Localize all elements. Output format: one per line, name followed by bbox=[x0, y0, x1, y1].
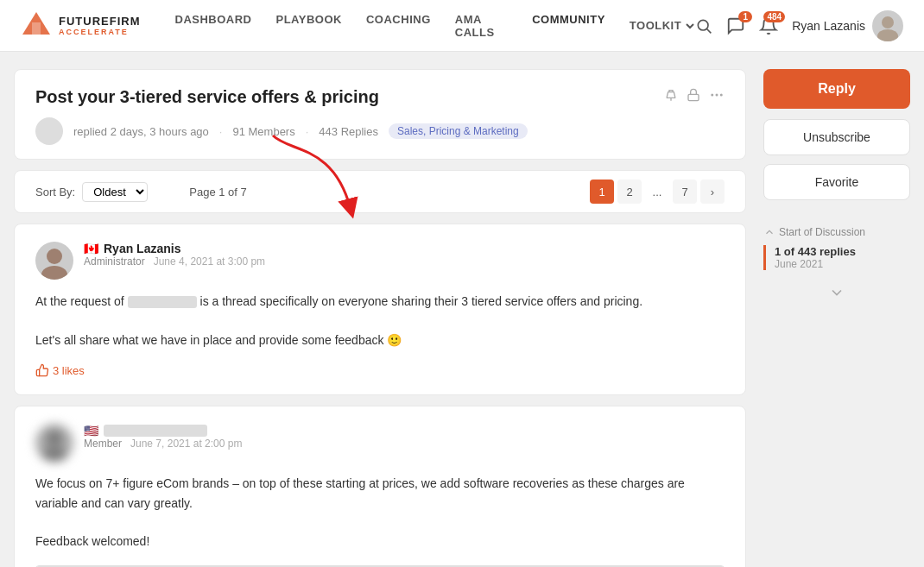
page-2-button[interactable]: 2 bbox=[617, 180, 642, 204]
discussion-item[interactable]: 1 of 443 replies June 2021 bbox=[763, 245, 910, 270]
notifications-button[interactable]: 484 bbox=[759, 16, 778, 35]
user-avatar bbox=[872, 10, 903, 41]
post-1-redacted bbox=[128, 296, 197, 308]
post-card-1: 🇨🇦 Ryan Lazanis Administrator June 4, 20… bbox=[14, 224, 746, 395]
sort-pagination-row: Sort By: Oldest Page 1 of 7 1 2 ... 7 › bbox=[14, 170, 746, 213]
discussion-section-title: Start of Discussion bbox=[763, 226, 910, 238]
section-label: Start of Discussion bbox=[779, 226, 865, 238]
lock-icon[interactable] bbox=[687, 88, 700, 104]
post-1-role: Administrator bbox=[84, 255, 145, 268]
post-2-author-info: 🇺🇸 Member June 7, 2021 at 2:00 pm bbox=[84, 424, 242, 450]
post-2-body: We focus on 7+ figure eCom brands – on t… bbox=[35, 474, 725, 551]
thread-title: Post your 3-tiered service offers & pric… bbox=[35, 87, 379, 107]
post-1-author-name: Ryan Lazanis bbox=[104, 242, 180, 255]
nav-playbook[interactable]: PLAYBOOK bbox=[276, 13, 342, 39]
post-card-2: 🇺🇸 Member June 7, 2021 at 2:00 pm We foc… bbox=[14, 406, 746, 567]
nav-toolkit[interactable]: TOOLKIT bbox=[630, 13, 695, 39]
svg-rect-7 bbox=[688, 94, 699, 100]
svg-point-5 bbox=[877, 29, 898, 41]
thread-replies: 443 Replies bbox=[319, 125, 378, 138]
page-next-button[interactable]: › bbox=[700, 180, 725, 204]
thread-replied: replied 2 days, 3 hours ago bbox=[73, 125, 209, 138]
svg-rect-1 bbox=[32, 22, 41, 35]
post-2-flag: 🇺🇸 bbox=[84, 424, 98, 438]
post-1-author-info: 🇨🇦 Ryan Lazanis Administrator June 4, 20… bbox=[84, 242, 265, 268]
sort-pagination-wrapper: Sort By: Oldest Page 1 of 7 1 2 ... 7 › bbox=[14, 170, 746, 213]
favorite-button[interactable]: Favorite bbox=[763, 164, 910, 200]
thread-author-avatar bbox=[35, 117, 63, 145]
post-1-flag: 🇨🇦 bbox=[84, 242, 98, 255]
svg-point-2 bbox=[699, 20, 709, 30]
page-1-button[interactable]: 1 bbox=[590, 180, 614, 204]
svg-point-14 bbox=[47, 431, 62, 446]
page-info: Page 1 of 7 bbox=[189, 186, 247, 198]
discussion-section: Start of Discussion 1 of 443 replies Jun… bbox=[763, 226, 910, 270]
nav-dashboard[interactable]: DASHBOARD bbox=[175, 13, 252, 39]
post-1-likes: 3 likes bbox=[53, 364, 85, 377]
post-1-avatar bbox=[35, 242, 73, 280]
page-ellipsis: ... bbox=[645, 180, 669, 204]
thread-header-card: Post your 3-tiered service offers & pric… bbox=[14, 69, 746, 160]
chevron-down-icon bbox=[828, 284, 845, 301]
message-badge: 1 bbox=[738, 11, 752, 22]
reply-button[interactable]: Reply bbox=[763, 69, 910, 109]
post-2-line2: Feedback welcomed! bbox=[35, 532, 725, 551]
search-button[interactable] bbox=[695, 17, 712, 35]
nav-ama[interactable]: AMA CALLS bbox=[455, 13, 508, 39]
thread-actions bbox=[664, 87, 725, 105]
post-2-date: June 7, 2021 at 2:00 pm bbox=[130, 438, 242, 450]
pin-icon[interactable] bbox=[664, 88, 678, 104]
thread-meta-row: replied 2 days, 3 hours ago · 91 Members… bbox=[35, 117, 725, 145]
svg-point-10 bbox=[720, 94, 723, 97]
search-icon bbox=[695, 17, 712, 35]
nav-links: DASHBOARD PLAYBOOK COACHING AMA CALLS CO… bbox=[175, 13, 696, 39]
content-area: Post your 3-tiered service offers & pric… bbox=[14, 69, 746, 567]
svg-line-3 bbox=[707, 28, 712, 33]
chevron-down-icon bbox=[685, 21, 695, 31]
user-name: Ryan Lazanis bbox=[792, 19, 865, 33]
post-2-role: Member bbox=[84, 438, 122, 450]
discussion-item-date: June 2021 bbox=[775, 258, 910, 270]
brand-sub: ACCELERATE bbox=[59, 28, 141, 36]
sort-label: Sort By: bbox=[35, 186, 75, 198]
chevron-up-icon bbox=[763, 226, 775, 238]
nav-right: 1 484 Ryan Lazanis bbox=[695, 10, 903, 41]
sidebar: Reply Unsubscribe Favorite Start of Disc… bbox=[763, 69, 910, 567]
svg-point-13 bbox=[41, 266, 67, 280]
post-1-footer: 3 likes bbox=[35, 363, 725, 377]
messages-button[interactable]: 1 bbox=[726, 16, 745, 35]
post-2-line1: We focus on 7+ figure eCom brands – on t… bbox=[35, 474, 725, 513]
post-1-body: At the request of is a thread specifical… bbox=[35, 292, 725, 350]
post-2-author-name-redacted bbox=[104, 425, 207, 437]
post-1-date: June 4, 2021 at 3:00 pm bbox=[154, 255, 265, 268]
discussion-item-title: 1 of 443 replies bbox=[775, 245, 910, 258]
more-icon[interactable] bbox=[709, 87, 725, 105]
sort-left: Sort By: Oldest Page 1 of 7 bbox=[35, 182, 247, 202]
navbar: FUTUREFIRM ACCELERATE DASHBOARD PLAYBOOK… bbox=[0, 0, 924, 52]
thread-tag[interactable]: Sales, Pricing & Marketing bbox=[389, 123, 528, 139]
nav-community[interactable]: COMMUNITY bbox=[532, 13, 605, 39]
sort-select[interactable]: Oldest bbox=[82, 182, 148, 202]
user-menu[interactable]: Ryan Lazanis bbox=[792, 10, 903, 41]
post-1-like-button[interactable]: 3 likes bbox=[35, 363, 85, 377]
nav-coaching[interactable]: COACHING bbox=[366, 13, 431, 39]
unsubscribe-button[interactable]: Unsubscribe bbox=[763, 119, 910, 155]
logo[interactable]: FUTUREFIRM ACCELERATE bbox=[21, 10, 141, 41]
logo-icon bbox=[21, 10, 52, 41]
thumbs-up-icon bbox=[35, 363, 49, 377]
sidebar-collapse-button[interactable] bbox=[763, 284, 910, 301]
notification-badge: 484 bbox=[763, 11, 785, 22]
svg-point-4 bbox=[882, 16, 894, 28]
pagination: 1 2 ... 7 › bbox=[590, 180, 725, 204]
main-layout: Post your 3-tiered service offers & pric… bbox=[0, 52, 924, 567]
svg-point-12 bbox=[47, 249, 62, 264]
brand-name: FUTUREFIRM bbox=[59, 15, 141, 28]
page-7-button[interactable]: 7 bbox=[673, 180, 697, 204]
svg-point-15 bbox=[41, 448, 67, 462]
post-1-header: 🇨🇦 Ryan Lazanis Administrator June 4, 20… bbox=[35, 242, 725, 280]
post-2-header: 🇺🇸 Member June 7, 2021 at 2:00 pm bbox=[35, 424, 725, 462]
svg-point-8 bbox=[711, 94, 713, 97]
post-2-avatar bbox=[35, 424, 73, 462]
thread-members: 91 Members bbox=[232, 125, 294, 138]
svg-point-9 bbox=[716, 94, 718, 97]
